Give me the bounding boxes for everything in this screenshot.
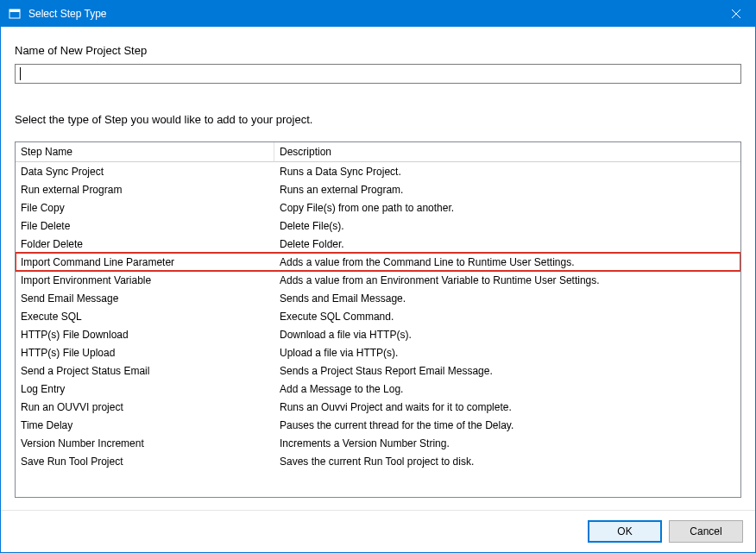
list-header: Step Name Description (16, 142, 740, 162)
step-name-cell: Send a Project Status Email (16, 365, 274, 377)
app-icon (8, 7, 22, 21)
step-name-cell: Import Command Line Parameter (16, 256, 274, 268)
name-field-label: Name of New Project Step (15, 44, 741, 57)
list-item[interactable]: Import Environment VariableAdds a value … (16, 271, 740, 289)
titlebar[interactable]: Select Step Type (1, 1, 755, 27)
step-description-cell: Download a file via HTTP(s). (274, 329, 740, 341)
cancel-button[interactable]: Cancel (669, 520, 743, 543)
instruction-text: Select the type of Step you would like t… (15, 113, 741, 126)
step-description-cell: Delete File(s). (274, 220, 740, 232)
step-name-cell: File Copy (16, 202, 274, 214)
list-item[interactable]: File DeleteDelete File(s). (16, 217, 740, 235)
step-description-cell: Delete Folder. (274, 238, 740, 250)
list-item[interactable]: Execute SQLExecute SQL Command. (16, 307, 740, 325)
step-type-list[interactable]: Step Name Description Data Sync ProjectR… (15, 141, 741, 498)
step-name-cell: Log Entry (16, 383, 274, 395)
list-item[interactable]: Save Run Tool ProjectSaves the current R… (16, 452, 740, 470)
step-description-cell: Runs a Data Sync Project. (274, 166, 740, 178)
list-item[interactable]: Folder DeleteDelete Folder. (16, 235, 740, 253)
list-item[interactable]: Send a Project Status EmailSends a Proje… (16, 361, 740, 380)
list-item[interactable]: Data Sync ProjectRuns a Data Sync Projec… (16, 162, 740, 180)
list-body: Data Sync ProjectRuns a Data Sync Projec… (16, 162, 740, 470)
close-icon (732, 9, 740, 18)
column-header-description[interactable]: Description (274, 142, 740, 162)
step-description-cell: Pauses the current thread for the time o… (274, 419, 740, 431)
ok-button[interactable]: OK (588, 520, 662, 543)
list-item[interactable]: Time DelayPauses the current thread for … (16, 416, 740, 434)
dialog-content: Name of New Project Step Select the type… (1, 27, 755, 510)
step-name-cell: Import Environment Variable (16, 274, 274, 286)
close-button[interactable] (716, 1, 755, 27)
step-name-cell: File Delete (16, 220, 274, 232)
list-item[interactable]: HTTP(s) File DownloadDownload a file via… (16, 325, 740, 343)
step-description-cell: Saves the current Run Tool project to di… (274, 456, 740, 468)
column-header-name[interactable]: Step Name (16, 142, 274, 162)
step-name-input[interactable] (15, 64, 741, 84)
step-name-cell: Folder Delete (16, 238, 274, 250)
step-description-cell: Increments a Version Number String. (274, 437, 740, 449)
step-name-cell: Save Run Tool Project (16, 456, 274, 468)
list-item[interactable]: Run external ProgramRuns an external Pro… (16, 180, 740, 198)
window-title: Select Step Type (28, 8, 716, 20)
text-caret (20, 67, 21, 80)
step-description-cell: Copy File(s) from one path to another. (274, 202, 740, 214)
step-description-cell: Add a Message to the Log. (274, 383, 740, 395)
step-name-cell: Run external Program (16, 184, 274, 196)
step-description-cell: Sends and Email Message. (274, 292, 740, 305)
list-item[interactable]: Log EntryAdd a Message to the Log. (16, 380, 740, 398)
list-item[interactable]: Version Number IncrementIncrements a Ver… (16, 434, 740, 452)
step-name-cell: Run an OUVVI project (16, 401, 274, 413)
list-item[interactable]: File CopyCopy File(s) from one path to a… (16, 198, 740, 217)
step-description-cell: Runs an external Program. (274, 184, 740, 196)
step-description-cell: Execute SQL Command. (274, 311, 740, 323)
button-bar: OK Cancel (1, 510, 755, 552)
step-description-cell: Upload a file via HTTP(s). (274, 347, 740, 359)
step-description-cell: Adds a value from an Environment Variabl… (274, 274, 740, 286)
dialog-window: Select Step Type Name of New Project Ste… (0, 0, 756, 553)
step-description-cell: Runs an Ouvvi Project and waits for it t… (274, 401, 740, 413)
step-name-cell: Send Email Message (16, 292, 274, 305)
step-description-cell: Sends a Project Staus Report Email Messa… (274, 365, 740, 377)
list-item[interactable]: Send Email MessageSends and Email Messag… (16, 289, 740, 307)
step-name-cell: Execute SQL (16, 311, 274, 323)
list-item[interactable]: HTTP(s) File UploadUpload a file via HTT… (16, 343, 740, 361)
step-name-cell: Version Number Increment (16, 437, 274, 449)
step-name-cell: Time Delay (16, 419, 274, 431)
step-description-cell: Adds a value from the Command Line to Ru… (274, 256, 740, 268)
svg-rect-1 (9, 9, 20, 12)
step-name-cell: HTTP(s) File Upload (16, 347, 274, 359)
step-name-cell: HTTP(s) File Download (16, 329, 274, 341)
list-item[interactable]: Run an OUVVI projectRuns an Ouvvi Projec… (16, 398, 740, 416)
step-name-cell: Data Sync Project (16, 166, 274, 178)
list-item[interactable]: Import Command Line ParameterAdds a valu… (16, 253, 740, 271)
